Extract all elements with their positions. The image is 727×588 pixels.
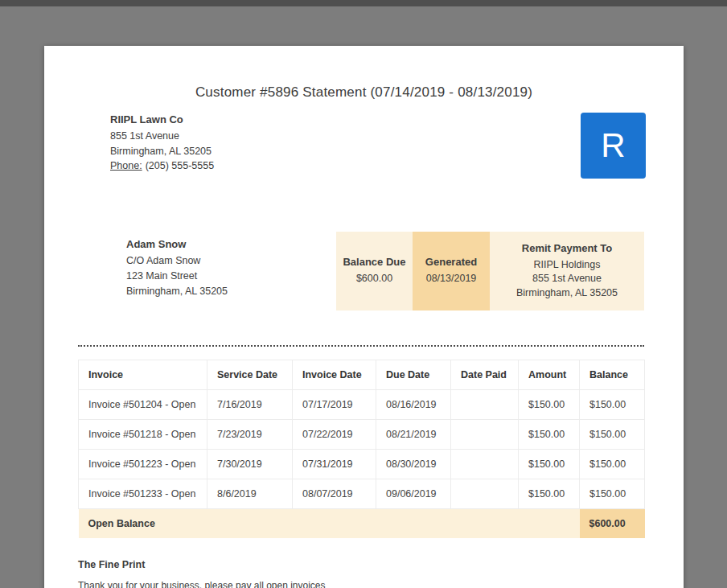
company-logo: R: [581, 113, 646, 179]
customer-line3: Birmingham, AL 35205: [126, 284, 228, 299]
generated-value: 08/13/2019: [426, 272, 477, 286]
phone-label: Phone:: [110, 160, 142, 171]
cell-service-date: 7/23/2019: [207, 420, 293, 450]
cell-service-date: 7/16/2019: [207, 390, 293, 420]
cell-date-paid: [451, 450, 519, 479]
cell-invoice-date: 08/07/2019: [293, 479, 376, 509]
cell-date-paid: [451, 390, 519, 420]
cell-invoice: Invoice #501204 - Open: [79, 390, 207, 420]
header-date-paid: Date Paid: [451, 360, 519, 390]
fine-print-heading: The Fine Print: [78, 559, 145, 570]
header-due-date: Due Date: [376, 360, 451, 390]
cell-due-date: 08/16/2019: [376, 390, 451, 420]
balance-due-label: Balance Due: [343, 256, 405, 268]
logo-letter: R: [601, 126, 625, 165]
statement-page: Customer #5896 Statement (07/14/2019 - 0…: [44, 46, 684, 588]
table-row: Invoice #501233 - Open 8/6/2019 08/07/20…: [79, 479, 645, 509]
open-balance-value: $600.00: [580, 509, 645, 539]
cell-due-date: 08/30/2019: [376, 450, 451, 479]
cell-balance: $150.00: [580, 450, 645, 479]
company-address-line2: Birmingham, AL 35205: [110, 144, 214, 159]
customer-name: Adam Snow: [126, 238, 228, 250]
header-invoice: Invoice: [79, 360, 207, 390]
remit-label: Remit Payment To: [522, 242, 612, 254]
table-row: Invoice #501218 - Open 7/23/2019 07/22/2…: [79, 420, 645, 450]
remit-line3: Birmingham, AL 35205: [516, 286, 618, 301]
cell-amount: $150.00: [519, 390, 580, 420]
cell-amount: $150.00: [519, 479, 580, 509]
generated-label: Generated: [425, 256, 477, 268]
cell-due-date: 08/21/2019: [376, 420, 451, 450]
invoice-table: Invoice Service Date Invoice Date Due Da…: [78, 360, 645, 538]
customer-line1: C/O Adam Snow: [126, 253, 228, 269]
cell-amount: $150.00: [519, 450, 580, 479]
header-service-date: Service Date: [207, 360, 293, 390]
cell-balance: $150.00: [580, 420, 645, 450]
table-row: Invoice #501223 - Open 7/30/2019 07/31/2…: [79, 450, 645, 479]
remit-line2: 855 1st Avenue: [532, 272, 602, 286]
generated-cell: Generated 08/13/2019: [413, 232, 490, 310]
remit-line1: RIIPL Holdings: [534, 258, 601, 273]
customer-info-block: Adam Snow C/O Adam Snow 123 Main Street …: [126, 238, 228, 299]
cell-service-date: 8/6/2019: [207, 479, 293, 509]
cell-amount-paid: [451, 479, 519, 509]
cell-date-paid: [451, 420, 519, 450]
dotted-divider: [78, 345, 644, 347]
cell-service-date: 7/30/2019: [207, 450, 293, 479]
header-balance: Balance: [580, 360, 645, 390]
open-balance-label: Open Balance: [79, 509, 580, 539]
cell-invoice: Invoice #501233 - Open: [79, 479, 207, 509]
cell-invoice-date: 07/22/2019: [293, 420, 376, 450]
summary-strip: Balance Due $600.00 Generated 08/13/2019…: [336, 232, 644, 310]
header-amount: Amount: [519, 360, 580, 390]
viewer-top-bar: [0, 0, 727, 6]
cell-amount: $150.00: [519, 420, 580, 450]
cell-balance: $150.00: [580, 390, 645, 420]
company-phone-line: Phone:(205) 555-5555: [110, 158, 214, 174]
company-info-block: RIIPL Lawn Co 855 1st Avenue Birmingham,…: [110, 113, 214, 174]
fine-print-text: Thank you for your business, please pay …: [78, 580, 326, 588]
balance-due-cell: Balance Due $600.00: [336, 232, 413, 310]
open-balance-row: Open Balance $600.00: [79, 509, 645, 539]
statement-title: Customer #5896 Statement (07/14/2019 - 0…: [44, 84, 684, 101]
cell-due-date: 09/06/2019: [376, 479, 451, 509]
table-row: Invoice #501204 - Open 7/16/2019 07/17/2…: [79, 390, 645, 420]
balance-due-value: $600.00: [356, 272, 392, 286]
table-header-row: Invoice Service Date Invoice Date Due Da…: [79, 360, 645, 390]
cell-balance: $150.00: [580, 479, 645, 509]
customer-line2: 123 Main Street: [126, 269, 228, 284]
cell-invoice-date: 07/31/2019: [293, 450, 376, 479]
phone-number: (205) 555-5555: [146, 160, 214, 171]
header-invoice-date: Invoice Date: [293, 360, 376, 390]
cell-invoice: Invoice #501218 - Open: [79, 420, 207, 450]
company-name: RIIPL Lawn Co: [110, 113, 214, 125]
company-address-line1: 855 1st Avenue: [110, 129, 214, 144]
cell-invoice-date: 07/17/2019: [293, 390, 376, 420]
remit-payment-cell: Remit Payment To RIIPL Holdings 855 1st …: [490, 232, 644, 310]
cell-invoice: Invoice #501223 - Open: [79, 450, 207, 479]
